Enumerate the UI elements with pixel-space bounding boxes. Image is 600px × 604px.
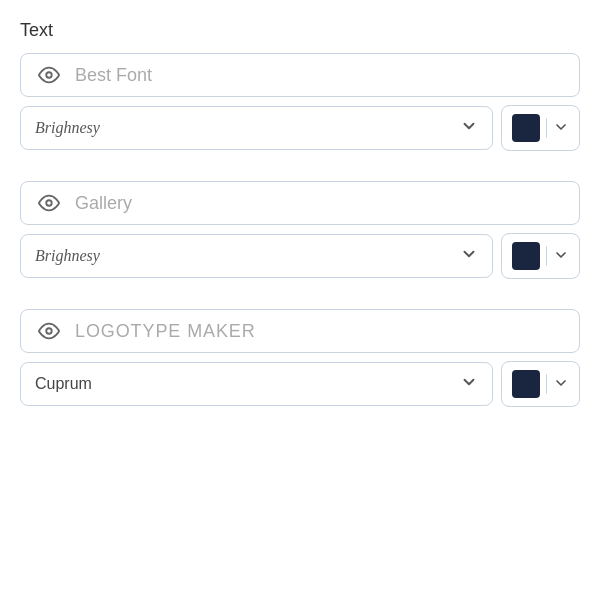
font-display-gallery: Gallery — [75, 193, 565, 214]
font-display-logotype-maker: LOGOTYPE MAKER — [75, 321, 565, 342]
text-group-logotype-maker: LOGOTYPE MAKERCuprum — [20, 309, 580, 407]
font-select-label-gallery: Brighnesy — [35, 247, 100, 265]
color-btn-best-font[interactable] — [501, 105, 580, 151]
font-select-label-logotype-maker: Cuprum — [35, 375, 92, 393]
color-swatch-logotype-maker — [512, 370, 540, 398]
color-divider — [546, 246, 547, 266]
color-swatch-best-font — [512, 114, 540, 142]
svg-point-2 — [46, 328, 52, 334]
font-row-best-font[interactable]: Best Font — [20, 53, 580, 97]
font-row-gallery[interactable]: Gallery — [20, 181, 580, 225]
controls-row-logotype-maker: Cuprum — [20, 361, 580, 407]
font-display-best-font: Best Font — [75, 65, 565, 86]
font-select-label-best-font: Brighnesy — [35, 119, 100, 137]
chevron-down-icon — [460, 373, 478, 395]
svg-point-0 — [46, 72, 52, 78]
color-btn-gallery[interactable] — [501, 233, 580, 279]
color-btn-logotype-maker[interactable] — [501, 361, 580, 407]
text-group-best-font: Best FontBrighnesy — [20, 53, 580, 151]
font-row-logotype-maker[interactable]: LOGOTYPE MAKER — [20, 309, 580, 353]
color-chevron-icon — [553, 247, 569, 266]
chevron-down-icon — [460, 245, 478, 267]
color-divider — [546, 374, 547, 394]
color-chevron-icon — [553, 119, 569, 138]
font-select-btn-logotype-maker[interactable]: Cuprum — [20, 362, 493, 406]
font-select-btn-best-font[interactable]: Brighnesy — [20, 106, 493, 150]
color-divider — [546, 118, 547, 138]
font-select-btn-gallery[interactable]: Brighnesy — [20, 234, 493, 278]
controls-row-best-font: Brighnesy — [20, 105, 580, 151]
eye-icon[interactable] — [35, 192, 63, 214]
text-group-gallery: GalleryBrighnesy — [20, 181, 580, 279]
color-swatch-gallery — [512, 242, 540, 270]
chevron-down-icon — [460, 117, 478, 139]
section-label: Text — [20, 20, 580, 41]
eye-icon[interactable] — [35, 64, 63, 86]
svg-point-1 — [46, 200, 52, 206]
controls-row-gallery: Brighnesy — [20, 233, 580, 279]
color-chevron-icon — [553, 375, 569, 394]
eye-icon[interactable] — [35, 320, 63, 342]
